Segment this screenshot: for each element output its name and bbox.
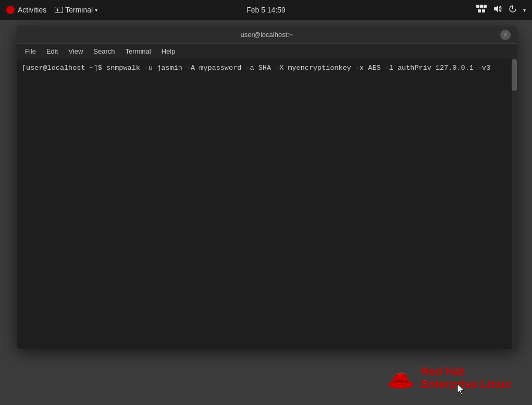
system-bar-right: ▾	[476, 5, 526, 15]
redhat-hat-icon	[387, 366, 414, 390]
desktop: user@localhost:~ × File Edit View Search…	[0, 20, 532, 405]
close-button[interactable]: ×	[500, 30, 511, 40]
terminal-window: user@localhost:~ × File Edit View Search…	[17, 26, 517, 349]
terminal-menu-bar: File Edit View Search Terminal Help	[17, 44, 517, 59]
terminal-scrollbar-thumb[interactable]	[512, 59, 517, 91]
terminal-scrollbar[interactable]	[512, 59, 517, 349]
terminal-dropdown-arrow: ▾	[95, 7, 97, 13]
system-datetime: Feb 5 14:59	[246, 6, 286, 14]
terminal-taskbar-label: Terminal	[65, 6, 93, 14]
svg-rect-2	[484, 5, 487, 8]
svg-rect-3	[478, 9, 481, 12]
menu-search[interactable]: Search	[89, 46, 119, 57]
redhat-brand-line1: Red Hat	[420, 365, 511, 378]
network-icon[interactable]	[476, 5, 487, 15]
system-menu-arrow[interactable]: ▾	[523, 7, 526, 13]
terminal-title-bar: user@localhost:~ ×	[17, 26, 517, 44]
activities-label: Activities	[18, 6, 46, 14]
terminal-title: user@localhost:~	[241, 31, 293, 39]
menu-view[interactable]: View	[64, 46, 87, 57]
redhat-text: Red Hat Enterprise Linux	[420, 365, 511, 390]
redhat-logo: Red Hat Enterprise Linux	[387, 365, 511, 390]
svg-rect-1	[480, 5, 483, 8]
svg-rect-0	[476, 5, 479, 8]
mouse-cursor	[457, 384, 464, 397]
svg-rect-4	[482, 9, 485, 12]
redhat-brand-line2: Enterprise Linux	[420, 378, 511, 390]
terminal-taskbar-button[interactable]: ▮ Terminal ▾	[51, 4, 102, 16]
system-bar-left: Activities ▮ Terminal ▾	[6, 4, 102, 16]
terminal-prompt-line: [user@localhost ~]$ snmpwalk -u jasmin -…	[22, 64, 512, 73]
power-icon[interactable]	[509, 5, 517, 15]
menu-terminal[interactable]: Terminal	[121, 46, 155, 57]
svg-marker-7	[494, 5, 498, 12]
redhat-dot-icon	[6, 6, 15, 14]
menu-help[interactable]: Help	[157, 46, 180, 57]
menu-file[interactable]: File	[21, 46, 40, 57]
volume-icon[interactable]	[493, 5, 502, 15]
terminal-body: [user@localhost ~]$ snmpwalk -u jasmin -…	[17, 59, 517, 349]
system-bar: Activities ▮ Terminal ▾ Feb 5 14:59	[0, 0, 532, 20]
terminal-taskbar-icon: ▮	[55, 7, 63, 13]
activities-button[interactable]: Activities	[6, 6, 46, 14]
menu-edit[interactable]: Edit	[42, 46, 62, 57]
terminal-content[interactable]: [user@localhost ~]$ snmpwalk -u jasmin -…	[17, 59, 517, 78]
